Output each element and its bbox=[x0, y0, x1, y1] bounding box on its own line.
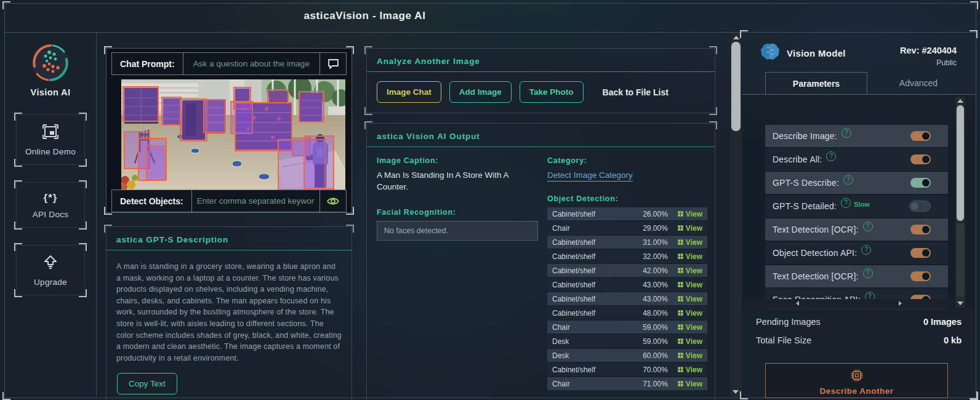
table-row: Desk60.00%View bbox=[547, 349, 707, 362]
bounding-box-icon bbox=[678, 225, 683, 231]
help-icon[interactable]: ? bbox=[841, 198, 851, 208]
toggle-gpts-detailed[interactable] bbox=[909, 201, 931, 212]
param-row-describe-all: Describe All: ? bbox=[765, 148, 948, 170]
help-icon[interactable]: ? bbox=[841, 128, 851, 138]
parameters-scrollbar[interactable] bbox=[955, 97, 965, 308]
view-detection-link[interactable]: View bbox=[678, 295, 702, 303]
view-detection-link[interactable]: View bbox=[678, 266, 702, 275]
model-revision: Rev: #240404 bbox=[900, 46, 957, 55]
image-chat-button[interactable]: Image Chat bbox=[377, 81, 441, 103]
vision-model-panel: Vision Model Rev: #240404 Public Paramet… bbox=[742, 33, 975, 397]
scroll-down-arrow[interactable] bbox=[733, 390, 739, 394]
detect-objects-input[interactable] bbox=[192, 190, 319, 212]
copy-text-button[interactable]: Copy Text bbox=[117, 373, 177, 394]
tab-parameters[interactable]: Parameters bbox=[765, 72, 867, 95]
view-detection-link[interactable]: View bbox=[678, 337, 702, 346]
scroll-down-arrow[interactable] bbox=[957, 302, 963, 305]
sidebar-item-api-docs[interactable]: {*} API Docs bbox=[16, 182, 85, 228]
detect-objects-button[interactable] bbox=[319, 190, 346, 212]
help-icon[interactable]: ? bbox=[863, 268, 873, 278]
scrollbar-thumb[interactable] bbox=[731, 42, 741, 131]
scroll-left-arrow[interactable] bbox=[796, 301, 799, 306]
toggle-text-detection-2[interactable] bbox=[910, 271, 931, 281]
summary-row: Total File Size 0 kb bbox=[756, 335, 962, 345]
tab-advanced[interactable]: Advanced bbox=[867, 72, 970, 95]
detection-name: Cabinet/shelf bbox=[552, 295, 632, 303]
view-detection-link[interactable]: View bbox=[678, 210, 702, 218]
detection-name: Cabinet/shelf bbox=[552, 366, 632, 374]
speech-bubble-icon bbox=[327, 58, 339, 69]
chat-prompt-input[interactable] bbox=[183, 53, 319, 74]
bounding-box-icon bbox=[678, 239, 683, 245]
view-detection-link[interactable]: View bbox=[678, 281, 702, 289]
detection-confidence: 43.00% bbox=[632, 295, 668, 303]
help-icon[interactable]: ? bbox=[826, 151, 836, 161]
help-icon[interactable]: ? bbox=[863, 222, 873, 231]
image-caption-label: Image Caption: bbox=[377, 156, 538, 165]
param-row-object-detection-api: Object Detection API: ? bbox=[765, 242, 948, 264]
model-title: Vision Model bbox=[787, 48, 846, 58]
view-detection-link[interactable]: View bbox=[678, 351, 702, 360]
sidebar-item-label: API Docs bbox=[17, 210, 84, 219]
table-row: Cabinet/shelf31.00%View bbox=[547, 236, 707, 249]
astica-vision-app: asticaVision - Image AI Vision AI bbox=[0, 0, 980, 400]
model-visibility: Public bbox=[936, 58, 957, 67]
describe-another-button[interactable]: Describe Another bbox=[765, 363, 948, 398]
sidebar-item-label: Online Demo bbox=[17, 147, 84, 156]
analyze-another-panel: Analyze Another Image Image Chat Add Ima… bbox=[366, 48, 715, 113]
param-row-gpts-detailed: GPT-S Detailed: ? Slow bbox=[765, 195, 948, 217]
table-row: Cabinet/shelf32.00%View bbox=[547, 250, 707, 263]
view-detection-link[interactable]: View bbox=[678, 238, 702, 247]
detection-confidence: 42.00% bbox=[632, 266, 668, 275]
parameters-horizontal-scrollbar[interactable] bbox=[744, 299, 954, 308]
bounding-box-icon bbox=[678, 353, 683, 358]
total-file-size-label: Total File Size bbox=[756, 335, 811, 345]
scroll-right-arrow[interactable] bbox=[899, 301, 902, 306]
bounding-box-icon bbox=[678, 268, 683, 273]
scroll-up-arrow[interactable] bbox=[733, 36, 739, 39]
send-chat-button[interactable] bbox=[319, 53, 346, 74]
logo-label: Vision AI bbox=[5, 87, 96, 97]
param-row-describe-image: Describe Image: ? bbox=[765, 125, 948, 147]
table-row: Cabinet/shelf43.00%View bbox=[547, 278, 707, 291]
detect-category-link[interactable]: Detect Image Category bbox=[547, 170, 633, 182]
param-row-text-detection-2: Text Detection [OCR]: ? bbox=[765, 265, 948, 287]
view-detection-link[interactable]: View bbox=[678, 224, 702, 233]
detection-confidence: 59.00% bbox=[632, 323, 668, 332]
table-row: Cabinet/shelf70.00%View bbox=[547, 363, 707, 376]
queue-summary: Pending Images 0 Images Total File Size … bbox=[756, 317, 962, 354]
scrollbar-thumb[interactable] bbox=[957, 105, 964, 221]
sidebar-item-upgrade[interactable]: Upgrade bbox=[16, 245, 85, 295]
view-detection-link[interactable]: View bbox=[678, 380, 702, 388]
slow-badge: Slow bbox=[854, 201, 870, 208]
view-detection-link[interactable]: View bbox=[678, 323, 702, 332]
view-detection-link[interactable]: View bbox=[678, 252, 702, 261]
scroll-up-arrow[interactable] bbox=[957, 99, 963, 103]
toggle-text-detection[interactable] bbox=[910, 225, 931, 234]
add-image-button[interactable]: Add Image bbox=[449, 81, 512, 103]
toggle-describe-image[interactable] bbox=[910, 131, 931, 141]
eye-icon bbox=[327, 197, 339, 206]
toggle-object-detection-api[interactable] bbox=[910, 248, 931, 258]
main-scrollbar[interactable] bbox=[730, 33, 742, 397]
help-icon[interactable]: ? bbox=[843, 175, 853, 185]
toggle-describe-all[interactable] bbox=[910, 154, 931, 164]
detection-name: Cabinet/shelf bbox=[552, 238, 632, 247]
help-icon[interactable]: ? bbox=[861, 245, 871, 255]
detection-name: Desk bbox=[552, 337, 632, 346]
sidebar-item-online-demo[interactable]: Online Demo bbox=[16, 114, 85, 165]
view-detection-link[interactable]: View bbox=[678, 366, 702, 374]
bounding-box-icon bbox=[678, 381, 683, 386]
param-row-gpts-describe: GPT-S Describe: ? bbox=[765, 172, 948, 194]
toggle-gpts-describe[interactable] bbox=[910, 178, 931, 188]
back-to-file-list-link[interactable]: Back to File List bbox=[603, 87, 669, 97]
facial-recognition-result: No faces detected. bbox=[377, 221, 538, 241]
detection-name: Cabinet/shelf bbox=[552, 309, 632, 318]
table-row: Chair59.00%View bbox=[547, 321, 707, 334]
sidebar-item-label: Upgrade bbox=[17, 278, 84, 287]
take-photo-button[interactable]: Take Photo bbox=[520, 81, 584, 103]
detection-name: Chair bbox=[552, 224, 632, 233]
detection-name: Cabinet/shelf bbox=[552, 266, 632, 275]
analyze-another-title: Analyze Another Image bbox=[367, 49, 715, 72]
view-detection-link[interactable]: View bbox=[678, 309, 702, 318]
